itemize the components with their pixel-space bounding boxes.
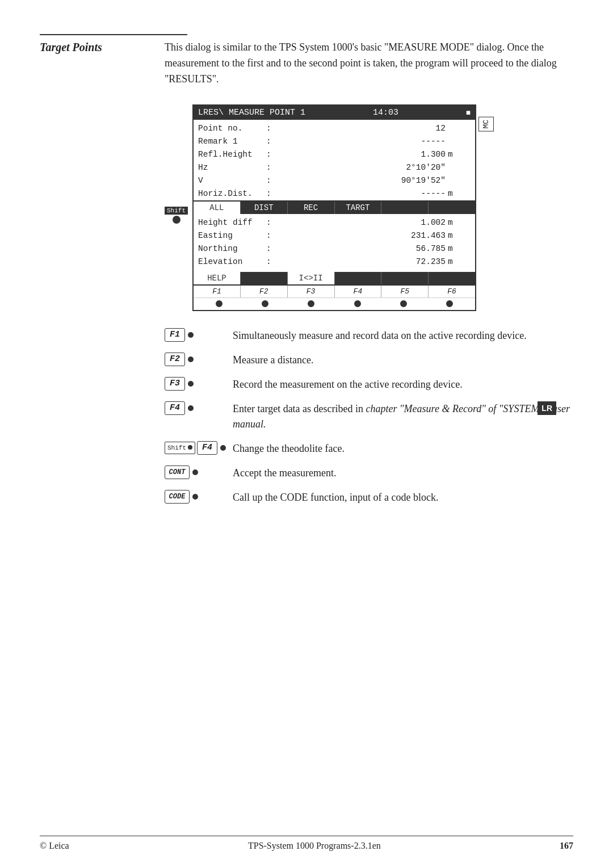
fkey-desc-f2: Measure a distance.: [233, 353, 573, 368]
row-label: Elevation: [198, 256, 266, 268]
screen-scroll-indicator: ◼: [466, 108, 471, 117]
btn-targt[interactable]: TARGT: [335, 202, 382, 214]
fkey-dot-f2: [188, 357, 194, 362]
fkey-row-f4: F4 Enter target data as described in cha…: [165, 401, 573, 432]
fkey-badge-f3: F3: [165, 377, 185, 391]
row-label: Refl.Height: [198, 149, 266, 161]
btn-rec[interactable]: REC: [288, 202, 335, 214]
btn-empty6: [429, 272, 475, 284]
screen-row-easting: Easting : 231.463 m: [198, 229, 471, 242]
btn-empty4: [335, 272, 382, 284]
row-colon: :: [266, 256, 273, 268]
row-value: -----: [273, 136, 448, 148]
fkey-dot-f1: [188, 332, 194, 338]
screen-row-hz: Hz : 2°10'20": [198, 161, 471, 174]
btn-empty2: [429, 202, 475, 214]
screen-row-northing: Northing : 56.785 m: [198, 242, 471, 255]
heading-row: Target Points This dialog is similar to …: [40, 40, 573, 87]
page-footer: © Leica TPS-System 1000 Programs-2.3.1en…: [40, 836, 573, 851]
row-colon: :: [266, 175, 273, 187]
btn-help[interactable]: HELP: [194, 272, 241, 284]
fn-dot-f5: [380, 299, 426, 309]
fkey-desc-f4: Enter target data as described in chapte…: [233, 401, 573, 432]
fkey-badge-f4: F4: [165, 401, 185, 415]
fkey-row-shift-f4: Shift F4 Change the theodolite face.: [165, 441, 573, 456]
row-value: 12: [273, 123, 448, 135]
fn-label-f5: F5: [381, 286, 429, 297]
fkey-badge-code: CODE: [165, 490, 190, 504]
screen-wrapper: Shift LRES\ MEASURE POINT 1 14:03 ◼ Poin…: [165, 104, 573, 311]
fkey-badge-f2: F2: [165, 353, 185, 366]
row-unit: m: [448, 188, 471, 200]
row-label: Height diff: [198, 217, 266, 229]
fkey-row-f1: F1 Simultaneously measure and record dat…: [165, 328, 573, 343]
fn-label-f3: F3: [288, 286, 335, 297]
btn-empty3: [241, 272, 288, 284]
fkey-badge-group-code: CODE: [165, 490, 233, 504]
screen-fnkey-row: F1 F2 F3 F4 F5 F6: [194, 284, 475, 297]
fn-dot-f1: [196, 299, 242, 309]
screen-header-text: LRES\ MEASURE POINT 1: [198, 108, 305, 118]
row-value: 90°19'52": [273, 175, 448, 187]
fn-dot-row: [196, 299, 473, 309]
row-colon: :: [266, 123, 273, 135]
fkey-badge-group-f3: F3: [165, 377, 233, 391]
row-label: Horiz.Dist.: [198, 188, 266, 200]
btn-iii[interactable]: I<>II: [288, 272, 335, 284]
fn-label-f4: F4: [335, 286, 382, 297]
footer-right: 167: [560, 841, 573, 851]
fkey-desc-shift-f4: Change the theodolite face.: [233, 441, 573, 456]
fn-label-f6: F6: [429, 286, 475, 297]
screen-body: Point no. : 12 Remark 1 : ----- Refl.Hei…: [194, 120, 475, 202]
row-value: 1.002: [273, 217, 448, 229]
fkey-badge-group-f2: F2: [165, 353, 233, 366]
fkey-dot-f4: [188, 405, 194, 411]
fkey-section: F1 Simultaneously measure and record dat…: [165, 328, 573, 505]
btn-empty1: [381, 202, 429, 214]
screen-row-v: V : 90°19'52": [198, 174, 471, 187]
row-value: 72.235: [273, 256, 448, 268]
fkey-desc-f3: Record the measurement on the active rec…: [233, 377, 573, 392]
fkey-badge-cont: CONT: [165, 466, 190, 479]
row-unit: m: [448, 243, 471, 255]
btn-dist[interactable]: DIST: [241, 202, 288, 214]
fn-dot-f3: [288, 299, 334, 309]
fn-label-f2: F2: [241, 286, 288, 297]
screen-row-pointno: Point no. : 12: [198, 122, 471, 135]
footer-left: © Leica: [40, 841, 69, 851]
section-heading: Target Points: [40, 40, 165, 54]
row-unit: m: [448, 149, 471, 161]
row-value: 2°10'20": [273, 162, 448, 174]
fkey-dot-code: [192, 494, 198, 500]
row-value: 1.300: [273, 149, 448, 161]
shift-dot-icon: [173, 216, 180, 224]
screen-fn-buttons-row: HELP I<>II: [194, 272, 475, 284]
fkey-row-f3: F3 Record the measurement on the active …: [165, 377, 573, 392]
fkey-badge-group-f1: F1: [165, 328, 233, 342]
top-rule: [40, 34, 187, 35]
row-unit: [448, 162, 471, 174]
row-unit: [448, 175, 471, 187]
screen-time: 14:03: [373, 108, 398, 118]
row-label: Hz: [198, 162, 266, 174]
btn-empty5: [381, 272, 429, 284]
fkey-dot-f3: [188, 381, 194, 387]
row-value: 231.463: [273, 230, 448, 242]
row-label: Easting: [198, 230, 266, 242]
screen-box: LRES\ MEASURE POINT 1 14:03 ◼ Point no. …: [192, 104, 476, 311]
fkey-desc-code: Call up the CODE function, input of a co…: [233, 490, 573, 505]
fkey-row-code: CODE Call up the CODE function, input of…: [165, 490, 573, 505]
screen-header-row: LRES\ MEASURE POINT 1 14:03 ◼: [194, 106, 475, 120]
btn-all[interactable]: ALL: [194, 202, 241, 214]
fn-dot-f4: [334, 299, 380, 309]
screen-lower: Height diff : 1.002 m Easting : 231.463 …: [194, 214, 475, 272]
row-colon: :: [266, 162, 273, 174]
fkey-desc-cont: Accept the measurement.: [233, 466, 573, 481]
screen-row-horizdist: Horiz.Dist. : ----- m: [198, 187, 471, 200]
screen-fn-dots-row: [194, 297, 475, 310]
screen-row-remark1: Remark 1 : -----: [198, 135, 471, 148]
screen-row-refl: Refl.Height : 1.300 m: [198, 148, 471, 161]
row-label: V: [198, 175, 266, 187]
fkey-dot-cont: [192, 469, 198, 475]
row-value: -----: [273, 188, 448, 200]
